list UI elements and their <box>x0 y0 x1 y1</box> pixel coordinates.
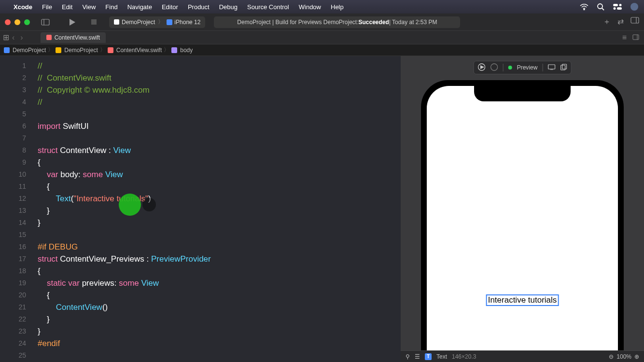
minimize-button[interactable] <box>14 19 20 25</box>
tab-filename: ContentView.swift <box>55 34 100 41</box>
user-icon[interactable] <box>630 3 638 11</box>
close-button[interactable] <box>5 19 11 25</box>
activity-status: DemoProject | Build for Previews DemoPro… <box>214 16 460 28</box>
xcode-window: DemoProject 〉 iPhone 12 DemoProject | Bu… <box>0 14 644 362</box>
svg-rect-16 <box>633 35 639 40</box>
preview-play-icon[interactable] <box>478 63 486 72</box>
device-screen[interactable]: Interactive tutorials <box>427 86 618 362</box>
svg-line-2 <box>602 8 604 10</box>
window-controls <box>5 19 30 25</box>
svg-rect-6 <box>617 7 622 10</box>
svg-rect-8 <box>42 19 49 25</box>
swift-file-icon <box>46 35 52 40</box>
svg-rect-3 <box>613 4 618 6</box>
zoom-level[interactable]: 100% <box>616 353 631 360</box>
spotlight-icon[interactable] <box>597 3 604 11</box>
bc-project[interactable]: DemoProject <box>13 47 46 54</box>
menu-help[interactable]: Help <box>331 3 344 11</box>
bc-file[interactable]: ContentView.swift <box>116 47 162 54</box>
menu-window[interactable]: Window <box>299 3 321 11</box>
code-content[interactable]: //// ContentView.swift// Copyright © www… <box>38 60 397 362</box>
svg-marker-19 <box>481 66 484 69</box>
menu-app[interactable]: Xcode <box>14 3 32 11</box>
bc-folder[interactable]: DemoProject <box>64 47 98 54</box>
swift-file-icon <box>108 47 113 53</box>
code-editor[interactable]: 1234567891011121314151617181920212223242… <box>0 56 401 362</box>
main-split: 1234567891011121314151617181920212223242… <box>0 56 644 362</box>
preview-toolbar: Preview <box>474 61 572 74</box>
menu-edit[interactable]: Edit <box>62 3 72 11</box>
menu-file[interactable]: File <box>42 3 52 11</box>
device-frame: Interactive tutorials <box>421 80 624 362</box>
stop-button[interactable] <box>87 16 100 28</box>
svg-point-0 <box>584 9 585 10</box>
add-icon[interactable]: ＋ <box>603 17 611 27</box>
preview-text-selected[interactable]: Interactive tutorials <box>486 294 559 306</box>
device-notch <box>474 86 571 101</box>
text-type-icon: T <box>425 353 432 360</box>
selection-type: Text <box>436 353 447 360</box>
file-tab[interactable]: ContentView.swift <box>41 32 106 43</box>
line-gutter: 1234567891011121314151617181920212223242… <box>0 60 33 362</box>
menu-debug[interactable]: Debug <box>219 3 238 11</box>
tab-bar: ⊞ ‹ › ContentView.swift ≡ <box>0 31 644 44</box>
zoom-button[interactable] <box>24 19 30 25</box>
pin-icon[interactable]: ⚲ <box>406 353 410 360</box>
zoom-out-icon[interactable]: ⊖ <box>609 353 614 360</box>
svg-point-4 <box>619 4 622 6</box>
menu-source-control[interactable]: Source Control <box>247 3 289 11</box>
bc-symbol[interactable]: body <box>180 47 193 54</box>
svg-point-5 <box>614 7 616 10</box>
svg-rect-21 <box>548 65 555 69</box>
library-icon[interactable]: ⇄ <box>617 17 624 27</box>
forward-button[interactable]: › <box>20 33 23 42</box>
adjust-icon[interactable]: ☰ <box>415 353 420 360</box>
wifi-icon[interactable] <box>580 4 588 10</box>
scheme-device: iPhone 12 <box>174 19 200 26</box>
svg-marker-10 <box>70 19 75 26</box>
menu-navigate[interactable]: Navigate <box>127 3 152 11</box>
menu-view[interactable]: View <box>82 3 96 11</box>
svg-rect-13 <box>167 19 172 25</box>
project-icon <box>4 47 10 53</box>
cursor-indicator <box>119 194 141 216</box>
zoom-in-icon[interactable]: ⊕ <box>634 353 639 360</box>
preview-inspect-icon[interactable] <box>490 63 498 72</box>
jump-bar[interactable]: DemoProject 〉 DemoProject 〉 ContentView.… <box>0 44 644 56</box>
selection-size: 146×20.3 <box>452 353 476 360</box>
control-center-icon[interactable] <box>613 4 622 10</box>
svg-point-7 <box>630 3 638 11</box>
device-icon[interactable] <box>547 64 555 71</box>
run-button[interactable] <box>66 16 79 28</box>
menu-product[interactable]: Product <box>188 3 210 11</box>
folder-icon <box>56 47 61 53</box>
related-items-icon[interactable]: ⊞ <box>3 33 9 42</box>
canvas-preview: Preview Interactive tutorials ⚲ ☰ T Text… <box>401 56 644 362</box>
sidebar-toggle-icon[interactable] <box>39 16 52 28</box>
scheme-selector[interactable]: DemoProject 〉 iPhone 12 <box>109 16 205 28</box>
menu-editor[interactable]: Editor <box>162 3 178 11</box>
back-button[interactable]: ‹ <box>12 33 14 42</box>
xcode-toolbar: DemoProject 〉 iPhone 12 DemoProject | Bu… <box>0 14 644 31</box>
svg-rect-11 <box>91 19 97 25</box>
preview-status-bar: ⚲ ☰ T Text 146×20.3 ⊖ 100% ⊕ <box>401 350 644 362</box>
menu-find[interactable]: Find <box>105 3 117 11</box>
property-icon <box>171 47 177 53</box>
minimap-icon[interactable]: ≡ <box>622 33 627 42</box>
svg-point-1 <box>598 4 602 9</box>
preview-label[interactable]: Preview <box>517 64 538 71</box>
svg-rect-12 <box>114 19 119 25</box>
scheme-project: DemoProject <box>122 19 155 26</box>
svg-rect-14 <box>631 17 639 23</box>
svg-point-20 <box>491 64 498 70</box>
duplicate-preview-icon[interactable] <box>560 64 567 72</box>
cursor-indicator-shadow <box>142 198 156 211</box>
macos-menubar: Xcode File Edit View Find Navigate Edito… <box>0 0 644 14</box>
live-indicator-icon <box>508 66 512 70</box>
inspector-toggle-icon[interactable] <box>630 17 639 27</box>
adjust-editor-icon[interactable] <box>632 33 639 42</box>
